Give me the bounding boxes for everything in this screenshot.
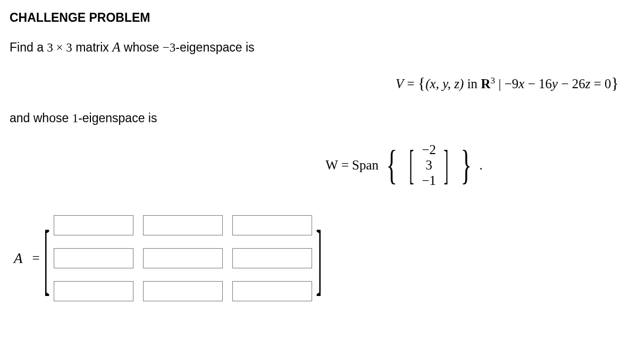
matrix-dimensions: 3 × 3 (47, 41, 72, 54)
eigenvalue-neg3: −3 (163, 41, 175, 54)
var-w: W (325, 158, 338, 173)
bar-separator: | (495, 77, 505, 91)
var-x: x (518, 77, 524, 91)
matrix-left-bracket: [ (44, 222, 49, 295)
vector-entry-1: 3 (422, 158, 436, 173)
text-and-whose: and whose (10, 111, 72, 125)
coef-neg16: − 16 (524, 77, 552, 91)
equals-zero: = 0 (590, 77, 611, 91)
text-matrix: matrix (72, 40, 112, 54)
prompt-line-2: and whose 1-eigenspace is (10, 111, 628, 125)
left-brace: { (418, 74, 425, 91)
matrix-cell-1-0[interactable] (54, 248, 133, 268)
matrix-answer-area: A = [ ] (10, 214, 628, 303)
var-v: V (396, 77, 404, 91)
left-square-bracket: [ (409, 147, 414, 184)
matrix-cell-0-0[interactable] (54, 215, 133, 235)
text-eigenspace-is: -eigenspace is (175, 40, 254, 54)
text-whose: whose (120, 40, 162, 54)
right-square-bracket: ] (443, 147, 448, 184)
eigenvalue-1: 1 (72, 112, 79, 125)
matrix-cell-2-0[interactable] (54, 281, 133, 301)
matrix-cell-1-2[interactable] (232, 248, 312, 268)
equals-sign: = (404, 77, 418, 91)
var-y: y (552, 77, 558, 91)
matrix-name-a: A (112, 40, 120, 54)
right-brace: } (611, 74, 619, 91)
matrix-cell-2-1[interactable] (143, 281, 223, 301)
matrix-label-a: A (14, 250, 23, 267)
text-in: in (464, 77, 481, 91)
right-curly-brace: } (460, 147, 472, 184)
problem-title: CHALLENGE PROBLEM (10, 11, 628, 25)
coef-neg9: −9 (505, 77, 519, 91)
tuple-xyz: (x, y, z) (425, 77, 464, 91)
left-curly-brace: { (386, 147, 397, 184)
period: . (479, 158, 482, 173)
prompt-line-1: Find a 3 × 3 matrix A whose −3-eigenspac… (10, 40, 628, 55)
equation-v: V = {(x, y, z) in R3 | −9x − 16y − 26z =… (10, 74, 628, 92)
coef-neg26: − 26 (558, 77, 585, 91)
span-word: Span (352, 158, 379, 173)
equals-sign-w: = (341, 158, 349, 173)
vector-entry-0: −2 (422, 142, 436, 158)
matrix-grid (54, 214, 312, 303)
equals-sign-a: = (32, 251, 40, 266)
vector-entry-2: −1 (422, 173, 436, 189)
matrix-cell-2-2[interactable] (232, 281, 312, 301)
matrix-cell-0-2[interactable] (232, 215, 312, 235)
matrix-right-bracket: ] (316, 222, 322, 295)
equation-w: W = Span { [ −2 3 −1 ] } . (10, 142, 628, 188)
space-r: R (481, 77, 490, 91)
text-find-a: Find a (10, 40, 47, 54)
matrix-cell-1-1[interactable] (143, 248, 223, 268)
matrix-cell-0-1[interactable] (143, 215, 223, 235)
exponent-3: 3 (490, 75, 495, 86)
span-vector: −2 3 −1 (422, 142, 436, 188)
text-eigenspace-is-2: -eigenspace is (78, 111, 157, 125)
